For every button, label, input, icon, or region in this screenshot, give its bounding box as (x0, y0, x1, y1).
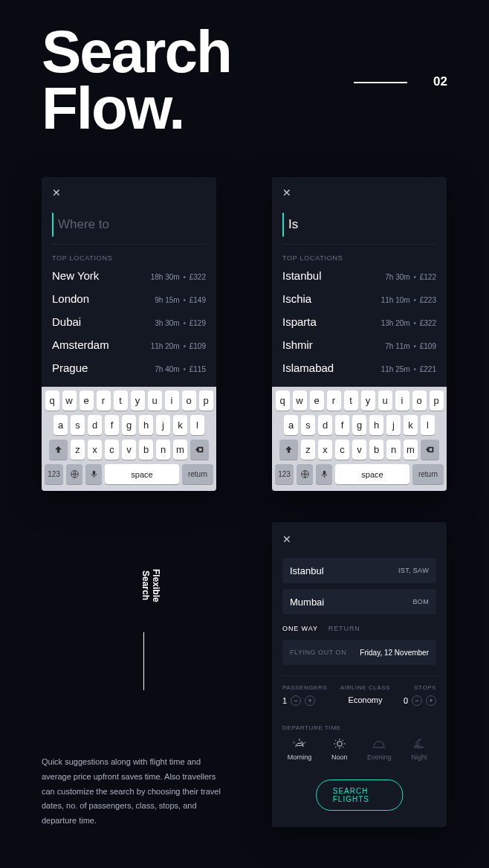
location-item[interactable]: Islamabad11h 25m • £221 (282, 361, 436, 385)
class-value[interactable]: Economy (349, 695, 383, 704)
key-s[interactable]: s (71, 415, 85, 435)
close-icon[interactable]: ✕ (52, 187, 62, 198)
return-key[interactable]: return (412, 464, 444, 484)
location-item[interactable]: Ischia11h 10m • £223 (282, 292, 436, 315)
space-key[interactable]: space (105, 464, 179, 484)
delete-key[interactable] (421, 440, 439, 460)
key-e[interactable]: e (310, 390, 324, 411)
key-i[interactable]: i (395, 390, 409, 411)
location-name: New York (52, 269, 99, 282)
location-item[interactable]: Dubai3h 30m • £129 (52, 315, 206, 338)
departure-night[interactable]: Night (402, 738, 436, 761)
key-d[interactable]: d (318, 415, 332, 435)
tab-return[interactable]: RETURN (328, 625, 360, 632)
key-h[interactable]: h (139, 415, 153, 435)
key-z[interactable]: z (301, 440, 315, 460)
mode-key[interactable]: 123 (275, 464, 294, 484)
location-item[interactable]: Isparta13h 20m • £322 (282, 315, 436, 338)
globe-icon[interactable] (66, 464, 82, 484)
key-k[interactable]: k (404, 415, 418, 435)
key-t[interactable]: t (344, 390, 358, 411)
key-o[interactable]: o (182, 390, 196, 411)
key-t[interactable]: t (114, 390, 128, 411)
shift-key[interactable] (279, 440, 298, 460)
key-f[interactable]: f (105, 415, 119, 435)
key-n[interactable]: n (156, 440, 170, 460)
location-item[interactable]: Ishmir7h 11m • £109 (282, 338, 436, 361)
key-y[interactable]: y (131, 390, 145, 411)
key-f[interactable]: f (335, 415, 349, 435)
location-name: London (52, 292, 89, 305)
key-k[interactable]: k (173, 415, 187, 435)
key-n[interactable]: n (386, 440, 401, 460)
key-u[interactable]: u (378, 390, 392, 411)
key-m[interactable]: m (173, 440, 187, 460)
departure-evening[interactable]: Evening (362, 738, 396, 761)
search-flights-button[interactable]: SEARCH FLIGHTS (316, 779, 404, 811)
key-c[interactable]: c (335, 440, 349, 460)
location-item[interactable]: London9h 15m • £149 (52, 292, 206, 315)
location-meta: 11h 20m • £109 (151, 342, 206, 350)
close-icon[interactable]: ✕ (282, 534, 293, 544)
destination-field[interactable]: Mumbai BOM (282, 589, 436, 614)
mode-key[interactable]: 123 (45, 464, 63, 484)
key-d[interactable]: d (88, 415, 102, 435)
departure-noon[interactable]: Noon (323, 738, 357, 761)
key-s[interactable]: s (301, 415, 315, 435)
key-b[interactable]: b (139, 440, 153, 460)
location-item[interactable]: New York18h 30m • £322 (52, 269, 206, 292)
key-i[interactable]: i (165, 390, 179, 411)
mic-icon[interactable] (85, 464, 102, 484)
key-r[interactable]: r (327, 390, 341, 411)
stops-minus-button[interactable]: − (412, 695, 422, 706)
origin-field[interactable]: Istanbul IST, SAW (282, 558, 436, 583)
close-icon[interactable]: ✕ (282, 187, 293, 198)
location-item[interactable]: Amsterdam11h 20m • £109 (52, 338, 206, 361)
key-g[interactable]: g (122, 415, 136, 435)
key-p[interactable]: p (199, 390, 213, 411)
stops-plus-button[interactable]: + (426, 695, 436, 706)
passengers-plus-button[interactable]: + (305, 695, 315, 706)
key-e[interactable]: e (80, 390, 94, 411)
key-w[interactable]: w (293, 390, 307, 411)
key-x[interactable]: x (318, 440, 332, 460)
location-item[interactable]: Istanbul7h 30m • £122 (282, 269, 436, 292)
key-a[interactable]: a (284, 415, 298, 435)
key-x[interactable]: x (88, 440, 102, 460)
key-r[interactable]: r (97, 390, 111, 411)
key-o[interactable]: o (412, 390, 427, 411)
location-meta: 9h 15m • £149 (155, 296, 206, 304)
return-key[interactable]: return (182, 464, 213, 484)
globe-icon[interactable] (297, 464, 313, 484)
key-y[interactable]: y (361, 390, 375, 411)
key-b[interactable]: b (369, 440, 383, 460)
key-p[interactable]: p (430, 390, 444, 411)
space-key[interactable]: space (335, 464, 409, 484)
key-q[interactable]: q (276, 390, 290, 411)
key-l[interactable]: l (190, 415, 204, 435)
key-l[interactable]: l (421, 415, 435, 435)
key-w[interactable]: w (62, 390, 77, 411)
key-u[interactable]: u (148, 390, 162, 411)
tab-one-way[interactable]: ONE WAY (282, 625, 318, 632)
passengers-minus-button[interactable]: − (291, 695, 301, 706)
delete-key[interactable] (190, 440, 209, 460)
key-c[interactable]: c (105, 440, 119, 460)
key-v[interactable]: v (352, 440, 366, 460)
search-input[interactable]: Where to (52, 213, 206, 237)
mic-icon[interactable] (316, 464, 332, 484)
key-g[interactable]: g (352, 415, 366, 435)
key-z[interactable]: z (71, 440, 85, 460)
departure-morning[interactable]: Morning (282, 738, 317, 761)
key-m[interactable]: m (404, 440, 418, 460)
shift-key[interactable] (49, 440, 68, 460)
key-a[interactable]: a (54, 415, 68, 435)
key-j[interactable]: j (386, 415, 401, 435)
key-j[interactable]: j (156, 415, 170, 435)
search-input[interactable]: Is (282, 213, 436, 237)
key-v[interactable]: v (122, 440, 136, 460)
location-item[interactable]: Prague7h 40m • £115 (52, 361, 206, 385)
key-h[interactable]: h (369, 415, 383, 435)
key-q[interactable]: q (45, 390, 59, 411)
date-field[interactable]: FLYING OUT ON Friday, 12 November (282, 640, 436, 665)
